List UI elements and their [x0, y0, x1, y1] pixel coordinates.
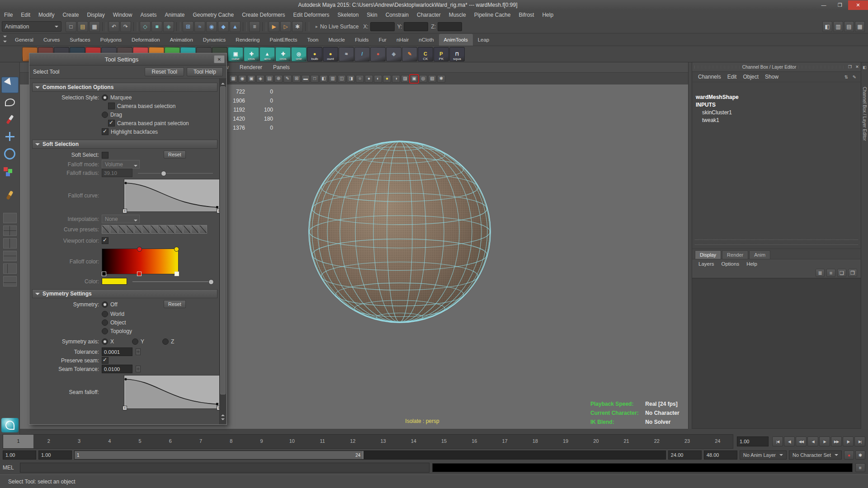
- select-by-hierarchy-icon[interactable]: ◇: [140, 21, 151, 32]
- image-plane-icon[interactable]: ▤: [265, 75, 274, 83]
- shelf-tab[interactable]: Polygons: [95, 34, 127, 46]
- soft-select-reset-button[interactable]: Reset: [164, 150, 186, 159]
- frame-tick[interactable]: 12: [338, 435, 368, 448]
- animation-preferences-icon[interactable]: ✱: [855, 450, 865, 460]
- curve-preset-button[interactable]: [191, 225, 199, 234]
- channel-pin-icon[interactable]: ✎: [851, 73, 858, 80]
- shelf-item-squa[interactable]: ⊓ squa: [449, 47, 465, 61]
- channel-node[interactable]: wardMeshShape: [696, 94, 861, 102]
- ramp-key-icon[interactable]: [137, 247, 142, 252]
- layer-editor-menu-item[interactable]: Layers: [695, 259, 718, 269]
- curve-preset-button[interactable]: [102, 225, 109, 234]
- section-common-selection-options[interactable]: Common Selection Options: [32, 83, 217, 92]
- reset-tool-button[interactable]: Reset Tool: [145, 67, 184, 76]
- go-to-range-start-button[interactable]: |◀: [772, 436, 783, 446]
- layer-editor-tab[interactable]: Render: [722, 250, 748, 259]
- menu-set-dropdown[interactable]: Animation: [2, 21, 61, 32]
- channel-box-menu-item[interactable]: Show: [762, 72, 782, 82]
- isolate-select-icon[interactable]: ▣: [410, 75, 418, 83]
- soft-modification-tool[interactable]: [1, 187, 19, 203]
- shelf-item-orie[interactable]: ◎ orie: [291, 47, 307, 61]
- menu-item[interactable]: File: [0, 10, 17, 20]
- shelf-tab[interactable]: Fur: [374, 34, 392, 46]
- layer-editor-menu-item[interactable]: Help: [743, 259, 761, 269]
- auto-keyframe-icon[interactable]: ●: [844, 450, 854, 460]
- title-bar[interactable]: Autodesk Maya 2015: C:\Users\Andrew\Desk…: [0, 0, 868, 10]
- use-all-lights-icon[interactable]: ●: [383, 75, 391, 83]
- close-icon[interactable]: ✕: [854, 64, 860, 70]
- interpolation-dropdown[interactable]: None: [102, 215, 140, 223]
- save-scene-icon[interactable]: ▦: [89, 21, 100, 32]
- shelf-item-brush[interactable]: ✎: [402, 47, 417, 61]
- shelf-tab[interactable]: nHair: [392, 34, 414, 46]
- shelf-item-cros2[interactable]: ✚ cros: [275, 47, 291, 61]
- shelf-tab[interactable]: Surfaces: [65, 34, 95, 46]
- symmetry-topology-radio[interactable]: [102, 328, 108, 334]
- section-soft-selection[interactable]: Soft Selection: [32, 140, 217, 149]
- show-selection-highlight-icon[interactable]: ◧: [822, 21, 832, 32]
- grease-pencil-icon[interactable]: ✎: [283, 75, 292, 83]
- scrollbar[interactable]: [219, 78, 226, 424]
- frame-tick[interactable]: 1: [3, 435, 33, 448]
- menu-item[interactable]: Edit Deformers: [289, 10, 334, 20]
- command-line-result[interactable]: [432, 463, 853, 472]
- layer-editor-splitter[interactable]: [695, 239, 858, 245]
- coordinate-input[interactable]: [370, 22, 395, 31]
- frame-tick[interactable]: 18: [520, 435, 550, 448]
- panel-menu-item[interactable]: Panels: [268, 64, 295, 70]
- shelf-item-character[interactable]: ◈: [386, 47, 401, 61]
- ramp-key-icon[interactable]: [174, 247, 179, 252]
- film-gate-icon[interactable]: ▬: [302, 75, 310, 83]
- close-icon[interactable]: ✕: [214, 55, 225, 63]
- slider-handle[interactable]: [208, 279, 214, 285]
- frame-tick[interactable]: 14: [398, 435, 429, 448]
- menu-item[interactable]: Window: [109, 10, 137, 20]
- curve-preset-button[interactable]: [167, 225, 175, 234]
- undo-icon[interactable]: ↶: [108, 21, 119, 32]
- camera-attributes-icon[interactable]: ▣: [247, 75, 255, 83]
- shelf-item-ik-handle[interactable]: /: [354, 47, 370, 61]
- coordinate-input[interactable]: [438, 22, 462, 31]
- falloff-curve-graph[interactable]: ✕ ✕: [124, 179, 220, 212]
- shelf-item-pk[interactable]: P PK: [434, 47, 449, 61]
- render-settings-icon[interactable]: ✱: [292, 21, 303, 32]
- maximize-button[interactable]: ❐: [832, 0, 848, 10]
- slider-handle[interactable]: [161, 171, 166, 176]
- move-tool[interactable]: [1, 128, 19, 145]
- symmetry-off-radio[interactable]: [102, 301, 108, 308]
- camera-based-paint-selection-checkbox[interactable]: [108, 120, 115, 127]
- shelf-tab[interactable]: nCloth: [414, 34, 439, 46]
- frame-tick[interactable]: 24: [703, 435, 733, 448]
- panel-collapse-icon[interactable]: ◧: [861, 65, 868, 70]
- frame-tick[interactable]: 7: [186, 435, 216, 448]
- curve-handle-icon[interactable]: ✕: [123, 406, 127, 410]
- menu-item[interactable]: Geometry Cache: [189, 10, 238, 20]
- current-time-field[interactable]: 1.00: [737, 436, 769, 446]
- frame-tick[interactable]: 9: [246, 435, 277, 448]
- play-backward-button[interactable]: ◀: [807, 436, 818, 446]
- drag-grip[interactable]: [694, 66, 740, 69]
- time-slider[interactable]: 123456789101112131415161718192021222324: [3, 434, 733, 449]
- axis-z-radio[interactable]: [162, 338, 169, 345]
- camera-based-selection-checkbox[interactable]: [108, 103, 115, 109]
- range-slider-bar[interactable]: 1 24: [75, 451, 363, 459]
- new-empty-layer-icon[interactable]: ❏: [837, 269, 846, 277]
- render-current-frame-icon[interactable]: ▶: [269, 21, 279, 32]
- symmetry-object-radio[interactable]: [102, 319, 108, 326]
- drag-radio[interactable]: [102, 112, 108, 118]
- status-icon[interactable]: [243, 22, 247, 31]
- curve-preset-button[interactable]: [159, 225, 166, 234]
- soft-select-checkbox[interactable]: [102, 152, 108, 159]
- frame-tick[interactable]: 17: [490, 435, 520, 448]
- channel-box-header[interactable]: Channel Box / Layer Editor ❐✕: [692, 62, 861, 72]
- character-set-dropdown[interactable]: No Character Set: [789, 450, 842, 460]
- symmetry-reset-button[interactable]: Reset: [164, 300, 186, 308]
- menu-item[interactable]: Modify: [34, 10, 58, 20]
- menu-item[interactable]: Character: [413, 10, 445, 20]
- falloff-radius-field[interactable]: 39.10: [102, 169, 132, 177]
- axis-x-radio[interactable]: [102, 338, 108, 345]
- panel-splitter[interactable]: [688, 62, 692, 429]
- tool-settings-toggle-icon[interactable]: ▤: [844, 21, 854, 32]
- shelf-item-ck[interactable]: C CK: [418, 47, 433, 61]
- shelf-tab[interactable]: Animation: [165, 34, 198, 46]
